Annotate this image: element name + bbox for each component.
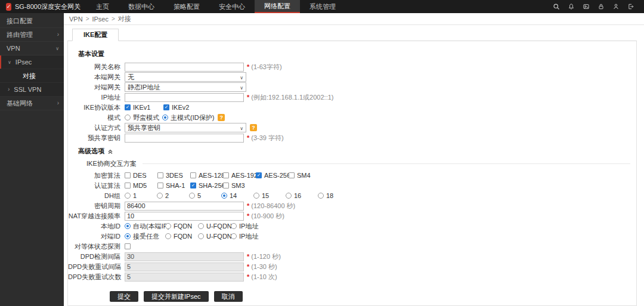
screen-icon[interactable] [583, 3, 590, 10]
enc-3des-option[interactable]: 3DES [157, 172, 190, 179]
local-id-auto-radio[interactable] [125, 223, 131, 229]
breadcrumb-ipsec[interactable]: IPsec [92, 16, 109, 23]
aes192-checkbox[interactable] [223, 172, 229, 178]
collapse-icon[interactable] [107, 149, 113, 154]
dh-16-radio[interactable] [286, 193, 292, 199]
des-checkbox[interactable] [125, 172, 131, 178]
aggressive-mode-option[interactable]: 野蛮模式 [125, 113, 162, 122]
enc-aes128-option[interactable]: AES-128 [190, 172, 223, 179]
dh-14-option[interactable]: 14 [221, 192, 253, 199]
sha1-checkbox[interactable] [157, 183, 163, 188]
peer-id-ip-radio[interactable] [231, 233, 237, 239]
nav-item-security-center[interactable]: 安全中心 [209, 0, 255, 13]
lock-icon[interactable] [597, 3, 605, 10]
main-mode-option[interactable]: 主模式(ID保护) [162, 113, 214, 122]
peer-id-ip-option[interactable]: IP地址 [231, 232, 264, 241]
nav-item-data-center[interactable]: 数据中心 [119, 0, 164, 13]
sidebar-item-ssl-vpn[interactable]: SSL VPN [0, 83, 64, 97]
enc-des-option[interactable]: DES [125, 172, 157, 179]
dh-18-option[interactable]: 18 [318, 192, 350, 199]
dh-2-radio[interactable] [157, 193, 163, 199]
help-icon[interactable] [218, 114, 225, 121]
peer-id-fqdn-radio[interactable] [165, 233, 171, 239]
nav-item-network-config[interactable]: 网络配置 [255, 0, 300, 13]
peer-id-any-radio[interactable] [125, 233, 131, 239]
enc-aes192-option[interactable]: AES-192 [223, 172, 256, 179]
nav-item-policy-config[interactable]: 策略配置 [164, 0, 209, 13]
help-icon[interactable] [250, 124, 257, 131]
gateway-name-input[interactable] [125, 63, 244, 72]
nav-item-system-management[interactable]: 系统管理 [300, 0, 345, 13]
submit-button[interactable]: 提交 [110, 291, 138, 302]
ikev2-option[interactable]: IKEv2 [163, 104, 202, 111]
3des-checkbox[interactable] [157, 172, 163, 178]
local-id-ufqdn-option[interactable]: U-FQDN [198, 222, 231, 230]
breadcrumb-vpn[interactable]: VPN [69, 16, 83, 23]
sidebar-item-route-management[interactable]: 路由管理 [0, 28, 64, 42]
auth-method-select[interactable]: 预共享密钥 [125, 123, 246, 132]
user-icon[interactable] [612, 3, 620, 10]
dh-5-radio[interactable] [189, 193, 195, 199]
peer-status-detection-checkbox[interactable] [125, 243, 131, 249]
local-id-ufqdn-radio[interactable] [198, 223, 204, 229]
aggressive-mode-radio[interactable] [125, 115, 131, 120]
sidebar-item-basic-network[interactable]: 基础网络 [0, 97, 64, 110]
peer-id-ufqdn-option[interactable]: U-FQDN [198, 233, 231, 240]
dh-1-radio[interactable] [125, 193, 131, 199]
sidebar-item-interface-config[interactable]: 接口配置 [0, 14, 64, 28]
nav-item-home[interactable]: 主页 [86, 0, 119, 13]
peer-id-fqdn-option[interactable]: FQDN [165, 233, 198, 240]
sidebar-item-ipsec[interactable]: IPsec [0, 55, 64, 69]
local-gateway-select[interactable]: 无 [125, 72, 246, 82]
enc-sm4-option[interactable]: SM4 [289, 172, 321, 179]
md5-checkbox[interactable] [125, 183, 131, 188]
alg-sm3-option[interactable]: SM3 [223, 182, 256, 189]
dh-14-radio[interactable] [221, 193, 227, 199]
dh-18-radio[interactable] [318, 193, 324, 199]
aes256-checkbox[interactable] [256, 172, 262, 178]
sha256-checkbox[interactable] [190, 183, 196, 188]
ikev1-option[interactable]: IKEv1 [125, 104, 163, 111]
dh-16-option[interactable]: 16 [286, 192, 318, 199]
dh-1-option[interactable]: 1 [125, 192, 157, 199]
key-lifetime-input[interactable] [125, 202, 244, 211]
enc-aes256-option[interactable]: AES-256 [256, 172, 289, 179]
main-mode-radio[interactable] [162, 115, 168, 120]
form-row-auth-alg: 认证算法 MD5 SHA-1 SHA-256 SM3 [68, 181, 636, 190]
ip-address-input[interactable] [125, 93, 244, 102]
local-id-fqdn-option[interactable]: FQDN [165, 222, 198, 230]
sidebar-item-peering[interactable]: 对接 [0, 69, 64, 83]
dh-2-option[interactable]: 2 [157, 192, 189, 199]
psk-input[interactable] [125, 134, 244, 143]
dh-5-option[interactable]: 5 [189, 192, 221, 199]
nat-keepalive-input[interactable] [125, 212, 244, 221]
ikev2-checkbox[interactable] [163, 104, 169, 110]
page-body: 接口配置 路由管理 VPN IPsec 对接 SSL VPN 基 [0, 13, 644, 306]
form-row-dh-group: DH组 1 2 5 14 15 16 18 [68, 191, 636, 200]
peer-gateway-select[interactable]: 静态IP地址 [125, 82, 246, 92]
local-id-ip-option[interactable]: IP地址 [231, 222, 264, 231]
sm3-checkbox[interactable] [223, 183, 229, 188]
cancel-button[interactable]: 取消 [214, 291, 243, 302]
bell-icon[interactable] [568, 3, 575, 10]
sm4-checkbox[interactable] [289, 172, 295, 178]
peer-id-any-option[interactable]: 接受任意 [125, 232, 165, 241]
dh-15-radio[interactable] [253, 193, 259, 199]
alg-sha256-option[interactable]: SHA-256 [190, 182, 223, 189]
alg-md5-option[interactable]: MD5 [125, 182, 157, 189]
required-mark: * [247, 94, 249, 101]
ikev1-checkbox[interactable] [125, 104, 131, 110]
local-id-fqdn-radio[interactable] [165, 223, 171, 229]
alg-sha1-option[interactable]: SHA-1 [157, 182, 190, 189]
peer-id-ufqdn-radio[interactable] [198, 233, 204, 239]
dh-15-option[interactable]: 15 [253, 192, 286, 199]
aes128-checkbox[interactable] [190, 172, 196, 178]
field-label: 模式 [68, 113, 125, 122]
local-id-auto-option[interactable]: 自动(本端IP) [125, 222, 165, 231]
submit-and-new-ipsec-button[interactable]: 提交并新建IPsec [144, 291, 209, 302]
local-id-ip-radio[interactable] [231, 223, 237, 229]
logout-icon[interactable] [627, 3, 634, 10]
tab-ike-config[interactable]: IKE配置 [72, 29, 119, 41]
sidebar-item-vpn[interactable]: VPN [0, 42, 64, 55]
search-icon[interactable] [553, 3, 560, 10]
